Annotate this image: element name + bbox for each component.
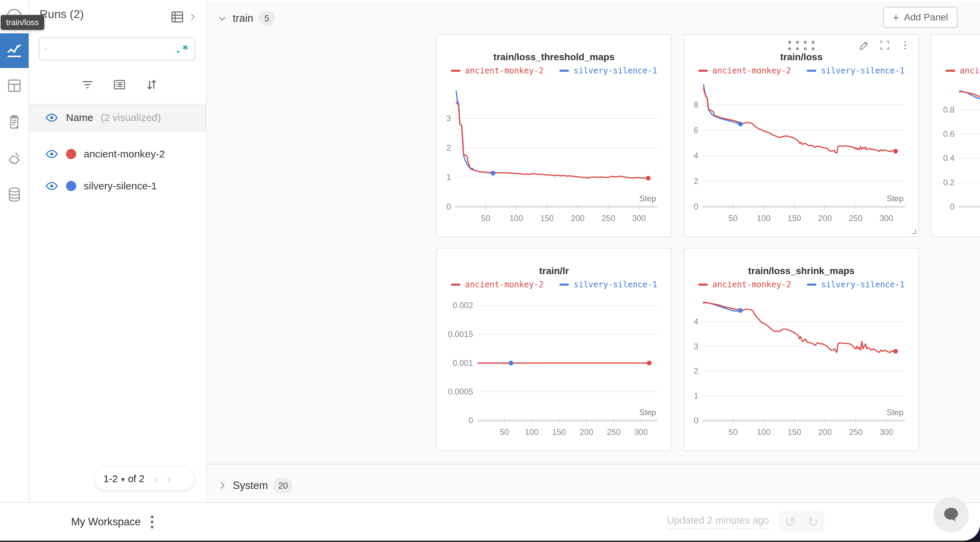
svg-text:300: 300 (880, 428, 893, 437)
chart-plot[interactable]: 00.00050.0010.00150.00250100150200250300… (442, 293, 667, 450)
chart-plot[interactable]: 0123450100150200250300Step (690, 293, 914, 450)
svg-text:4: 4 (694, 317, 698, 326)
runs-table-icon[interactable] (170, 10, 185, 24)
chat-bubble-icon (941, 505, 961, 525)
chart-panel: train/loss_threshold_maps ancient-monkey… (436, 34, 672, 237)
svg-text:0.0015: 0.0015 (448, 330, 473, 339)
chart-legend: ancient-monkey-2silvery-silence-1 (932, 66, 980, 76)
legend-item[interactable]: silvery-silence-1 (807, 66, 905, 76)
section-label: train (233, 12, 253, 24)
sidebar-item-table[interactable] (0, 74, 29, 97)
svg-text:100: 100 (757, 214, 770, 223)
undo-redo-group: ↺ ↻ (779, 511, 824, 533)
svg-text:0: 0 (694, 416, 698, 425)
svg-text:250: 250 (601, 214, 615, 223)
undo-button[interactable]: ↺ (779, 511, 802, 533)
chart-panel: train/loss ancient-monkey-2silvery-silen… (684, 34, 919, 237)
eye-icon[interactable] (45, 179, 59, 193)
workspace-menu-icon[interactable] (151, 515, 153, 528)
fullscreen-icon[interactable] (879, 40, 891, 51)
name-column-label: Name (66, 112, 93, 124)
page-range[interactable]: 1-2 (103, 473, 118, 485)
svg-text:0.001: 0.001 (453, 358, 473, 368)
sidebar-item-artifacts[interactable] (0, 183, 29, 206)
svg-text:0: 0 (469, 416, 473, 425)
drag-handle-icon[interactable] (788, 41, 815, 50)
svg-text:250: 250 (607, 428, 620, 437)
redo-button[interactable]: ↻ (802, 511, 824, 533)
svg-text:Step: Step (887, 408, 904, 417)
edit-pencil-icon[interactable] (859, 40, 870, 51)
run-row[interactable]: silvery-silence-1 (29, 171, 206, 201)
legend-item[interactable]: silvery-silence-1 (559, 66, 657, 76)
group-list-icon[interactable] (112, 78, 127, 92)
sidebar-item-charts[interactable] (0, 33, 29, 68)
svg-text:0.6: 0.6 (943, 129, 955, 138)
chart-plot[interactable]: 00.20.40.60.850100150200250300Step (937, 79, 980, 236)
svg-text:6: 6 (694, 125, 698, 135)
svg-text:50: 50 (729, 428, 738, 437)
regex-toggle-icon[interactable]: .* (175, 43, 189, 55)
chart-plot[interactable]: 0246850100150200250300Step (690, 79, 914, 236)
chat-button[interactable] (933, 497, 969, 532)
legend-item[interactable]: silvery-silence-1 (559, 280, 657, 289)
section-count-badge: 5 (259, 11, 275, 26)
workspace-title[interactable]: My Workspace (71, 516, 140, 528)
svg-text:8: 8 (694, 100, 698, 109)
svg-text:2: 2 (447, 143, 451, 152)
bottom-bar: My Workspace Updated 2 minutes ago ↺ ↻ (0, 502, 980, 542)
chart-title: train/loss_threshold_maps (437, 52, 671, 63)
app-root: i (0, 0, 980, 542)
svg-text:200: 200 (818, 214, 832, 223)
legend-item[interactable]: ancient-monkey-2 (451, 66, 544, 76)
legend-item[interactable]: ancient-monkey-2 (698, 66, 791, 76)
chart-title: train/loss_binary_maps (932, 52, 980, 63)
kebab-menu-icon[interactable] (899, 40, 911, 51)
svg-text:1: 1 (694, 391, 698, 400)
sidebar-item-logs[interactable] (0, 111, 29, 134)
eye-icon[interactable] (45, 111, 59, 124)
svg-text:200: 200 (579, 428, 593, 437)
sort-icon[interactable] (144, 78, 159, 92)
runs-panel-title: Runs (2) (40, 8, 84, 21)
clipboard-icon (6, 114, 23, 131)
resize-handle-icon[interactable] (909, 227, 916, 234)
next-page-button[interactable]: › (167, 473, 171, 485)
svg-text:Step: Step (640, 408, 656, 417)
bottom-bar-surface: My Workspace Updated 2 minutes ago ↺ ↻ (0, 502, 980, 540)
legend-item[interactable]: silvery-silence-1 (807, 280, 905, 289)
run-search-input[interactable] (52, 44, 175, 54)
section-header-system[interactable]: System 20 (217, 478, 293, 493)
legend-item[interactable]: ancient-monkey-2 (451, 280, 544, 289)
svg-text:Step: Step (887, 194, 904, 203)
run-name[interactable]: silvery-silence-1 (84, 180, 157, 192)
chevron-down-icon[interactable]: ▾ (121, 475, 124, 483)
run-row[interactable]: ancient-monkey-2 (29, 139, 206, 170)
legend-item[interactable]: ancient-monkey-2 (698, 280, 791, 289)
svg-text:2: 2 (694, 366, 698, 376)
filter-icon[interactable] (80, 78, 95, 92)
svg-text:0.8: 0.8 (943, 105, 955, 114)
svg-text:250: 250 (849, 428, 862, 437)
chart-title: train/lr (437, 266, 671, 276)
run-search-box[interactable]: .* (39, 37, 195, 60)
svg-text:0.4: 0.4 (943, 153, 955, 163)
eye-icon[interactable] (45, 147, 59, 161)
table-icon (6, 77, 23, 94)
svg-text:0: 0 (950, 202, 955, 211)
chart-panel: train/loss_shrink_maps ancient-monkey-2s… (684, 248, 919, 451)
svg-text:100: 100 (509, 214, 523, 223)
add-panel-button[interactable]: + Add Panel (883, 7, 958, 28)
legend-item[interactable]: ancient-monkey-2 (946, 66, 980, 76)
run-color-dot (66, 149, 76, 159)
updated-timestamp: Updated 2 minutes ago (667, 515, 769, 529)
expand-right-icon[interactable] (188, 12, 197, 22)
prev-page-button[interactable]: ‹ (154, 473, 158, 485)
run-name[interactable]: ancient-monkey-2 (84, 148, 165, 160)
tooltip: train/loss (1, 15, 44, 30)
svg-text:100: 100 (757, 428, 770, 437)
chart-plot[interactable]: 012350100150200250300Step (442, 79, 667, 236)
section-header-train[interactable]: train 5 (217, 11, 275, 26)
sidebar-item-sweeps[interactable] (0, 147, 29, 170)
svg-text:2: 2 (694, 176, 698, 185)
